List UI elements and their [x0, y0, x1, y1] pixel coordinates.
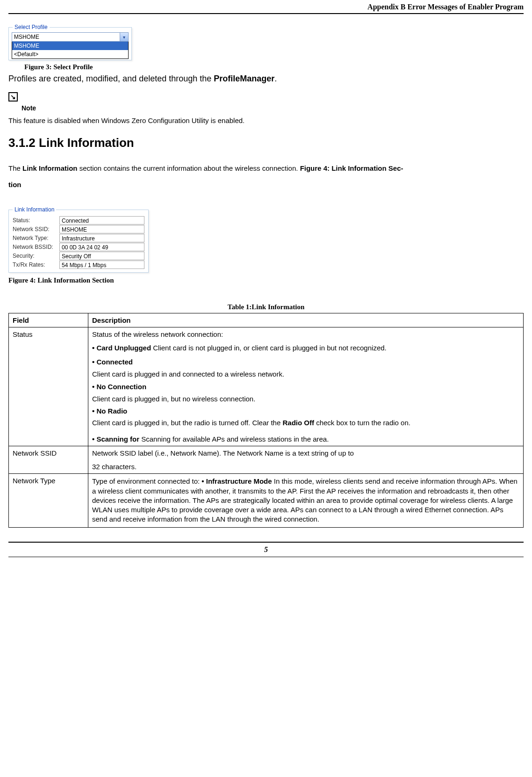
figure-3: Select Profile MSHOME ▾ MSHOME <Default>…	[8, 27, 524, 71]
profile-option-selected[interactable]: MSHOME	[12, 42, 128, 50]
profile-combobox-value: MSHOME	[12, 33, 120, 41]
bold: • No Connection	[92, 383, 146, 391]
th-description: Description	[88, 313, 524, 327]
li-value: Security Off	[59, 252, 144, 260]
li-value: 54 Mbps / 1 Mbps	[59, 261, 144, 269]
note-icon: ↘	[8, 92, 18, 102]
text: The	[8, 164, 22, 172]
li-row-bssid: Network BSSID: 00 0D 3A 24 02 49	[13, 243, 144, 251]
status-intro: Status of the wireless network connectio…	[92, 330, 519, 338]
select-profile-legend: Select Profile	[13, 24, 50, 30]
chevron-down-icon[interactable]: ▾	[120, 33, 128, 41]
link-information-table: Field Description Status Status of the w…	[8, 313, 524, 528]
note-block: ↘ Note This feature is disabled when Win…	[8, 92, 524, 124]
li-label: Security:	[13, 253, 59, 259]
text: section contains the current information…	[78, 164, 300, 172]
li-label: Network Type:	[13, 235, 59, 241]
text: Type of environment connected to:	[92, 477, 201, 485]
page-header: Appendix B Error Messages of Enabler Pro…	[8, 0, 524, 14]
cell-field: Status	[9, 327, 88, 446]
text: check box to turn the radio on.	[314, 419, 410, 427]
text: Scanning for available APs and wireless …	[139, 435, 329, 443]
bold: • Scanning for	[92, 435, 139, 443]
status-card-unplugged: • Card Unplugged Client card is not plug…	[92, 344, 519, 352]
table-row: Network SSID Network SSID label (i.e., N…	[9, 446, 524, 474]
bold: • Card Unplugged	[92, 344, 151, 352]
status-connected-text: Client card is plugged in and connected …	[92, 370, 519, 379]
note-label: Note	[22, 104, 524, 112]
cell-description: Network SSID label (i.e., Network Name).…	[88, 446, 524, 474]
li-row-security: Security: Security Off	[13, 252, 144, 260]
ntype-text: Type of environment connected to: • Infr…	[92, 477, 519, 524]
figure-ref-cont: tion	[8, 181, 22, 189]
page-number: 5	[264, 545, 268, 553]
li-label: Network SSID:	[13, 226, 59, 232]
link-info-lead: The Link Information section contains th…	[8, 160, 524, 193]
th-field: Field	[9, 313, 88, 327]
ssid-line1: Network SSID label (i.e., Network Name).…	[92, 449, 519, 457]
section-heading: 3.1.2 Link Information	[8, 136, 524, 150]
cell-field: Network SSID	[9, 446, 88, 474]
status-noconn-text: Client card is plugged in, but no wirele…	[92, 394, 519, 404]
li-row-ssid: Network SSID: MSHOME	[13, 225, 144, 233]
bold: Radio Off	[282, 419, 314, 427]
cell-description: Type of environment connected to: • Infr…	[88, 474, 524, 527]
figure-3-caption: Figure 3: Select Profile	[24, 63, 524, 71]
li-label: Network BSSID:	[13, 244, 59, 250]
link-info-legend: Link Information	[13, 206, 56, 213]
note-text: This feature is disabled when Windows Ze…	[8, 116, 524, 124]
profilemanager-bold: ProfileManager	[214, 74, 274, 83]
status-noconn-head: • No Connection	[92, 382, 519, 392]
bold: Link Information	[22, 164, 78, 172]
li-row-status: Status: Connected	[13, 216, 144, 225]
li-value: Connected	[59, 216, 144, 225]
status-connected-head: • Connected	[92, 357, 519, 367]
status-scanning: • Scanning for Scanning for available AP…	[92, 435, 519, 443]
table-1-title: Table 1:Link Information	[8, 303, 524, 311]
li-row-rates: Tx/Rx Rates: 54 Mbps / 1 Mbps	[13, 261, 144, 269]
table-header-row: Field Description	[9, 313, 524, 327]
bold: • Infrastructure Mode	[201, 477, 272, 485]
li-value: MSHOME	[59, 225, 144, 233]
link-information-panel: Link Information Status: Connected Netwo…	[8, 210, 149, 273]
text: .	[274, 74, 277, 83]
ssid-line2: 32 characters.	[92, 463, 519, 471]
cell-description: Status of the wireless network connectio…	[88, 327, 524, 446]
bold: • Connected	[92, 358, 133, 366]
text: Client card is plugged in, but the radio…	[92, 419, 282, 427]
text: Profiles are created, modified, and dele…	[8, 74, 214, 83]
profiles-paragraph: Profiles are created, modified, and dele…	[8, 74, 524, 84]
li-value: Infrastructure	[59, 234, 144, 242]
profile-dropdown-list: MSHOME <Default>	[12, 42, 129, 59]
li-value: 00 0D 3A 24 02 49	[59, 243, 144, 251]
text: Client card is not plugged in, or client…	[151, 344, 387, 352]
li-label: Status:	[13, 217, 59, 224]
li-label: Tx/Rx Rates:	[13, 261, 59, 268]
status-noradio-head: • No Radio	[92, 407, 519, 416]
header-title: Appendix B Error Messages of Enabler Pro…	[367, 3, 524, 11]
page-footer: 5	[8, 542, 524, 557]
status-noradio-text: Client card is plugged in, but the radio…	[92, 419, 519, 427]
cell-field: Network Type	[9, 474, 88, 527]
profile-option[interactable]: <Default>	[12, 50, 128, 58]
table-row: Network Type Type of environment connect…	[9, 474, 524, 527]
bold: • No Radio	[92, 407, 127, 415]
figure-4-caption: Figure 4: Link Information Section	[8, 276, 524, 284]
li-row-ntype: Network Type: Infrastructure	[13, 234, 144, 242]
select-profile-panel: Select Profile MSHOME ▾ MSHOME <Default>	[8, 27, 132, 60]
figure-ref: Figure 4: Link Information Sec-	[300, 164, 403, 172]
table-row: Status Status of the wireless network co…	[9, 327, 524, 446]
profile-combobox[interactable]: MSHOME ▾	[12, 32, 129, 42]
